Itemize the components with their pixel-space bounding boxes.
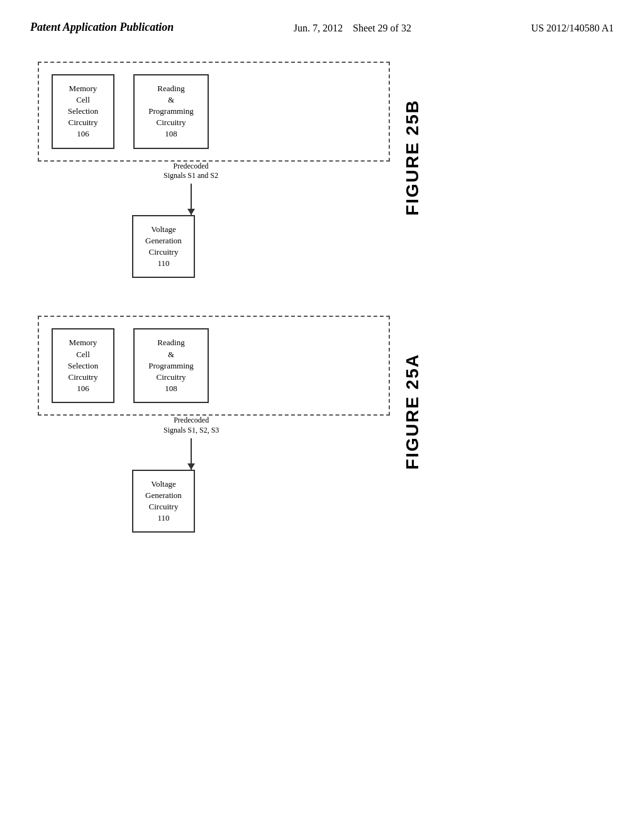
figure-25b-label: FIGURE 25B [402, 99, 423, 216]
figure-25b-outer-box: MemoryCellSelectionCircuitry106 Reading&… [38, 62, 390, 162]
figure-25b-box2: Reading&ProgrammingCircuitry108 [133, 74, 209, 149]
patent-number: US 2012/140580 A1 [531, 20, 614, 36]
figure-25a-bottom-box-wrapper: VoltageGenerationCircuitry110 [132, 470, 195, 533]
figure-25b-bottom-box-wrapper: VoltageGenerationCircuitry110 [132, 215, 195, 279]
fig25a-label-text: FIGURE 25A [402, 353, 422, 470]
figure-25a-outer-box: MemoryCellSelectionCircuitry106 Reading&… [38, 316, 390, 416]
figure-25a-arrow-label: PredecodedSignals S1, S2, S3 [164, 416, 219, 435]
figure-25a-box1: MemoryCellSelectionCircuitry106 [52, 328, 114, 403]
fig25b-label-text: FIGURE 25B [402, 99, 422, 216]
figure-25a-arrow [191, 438, 192, 470]
figure-25b-arrow-container: PredecodedSignals S1 and S2 [164, 162, 218, 215]
figure-25b-box1: MemoryCellSelectionCircuitry106 [52, 74, 114, 149]
figure-25b-arrow [191, 184, 192, 215]
figure-25b-bottom-box: VoltageGenerationCircuitry110 [132, 215, 195, 279]
fig25a-box2-text: Reading&ProgrammingCircuitry108 [148, 337, 194, 394]
publication-title: Patent Application Publication [30, 20, 174, 35]
fig25a-box1-text: MemoryCellSelectionCircuitry106 [68, 337, 98, 394]
fig25b-box2-text: Reading&ProgrammingCircuitry108 [148, 83, 194, 140]
figure-25b-diagram: MemoryCellSelectionCircuitry106 Reading&… [38, 62, 390, 279]
figure-25b-section: MemoryCellSelectionCircuitry106 Reading&… [38, 62, 423, 279]
figure-25a-box2: Reading&ProgrammingCircuitry108 [133, 328, 209, 403]
figure-25a-section: MemoryCellSelectionCircuitry106 Reading&… [38, 316, 423, 533]
publication-title-text: Patent Application Publication [30, 21, 174, 33]
patent-number-text: US 2012/140580 A1 [531, 23, 614, 33]
figure-25a-label: FIGURE 25A [402, 353, 423, 470]
figure-25b-arrow-label: PredecodedSignals S1 and S2 [164, 162, 218, 181]
figure-25a-arrow-container: PredecodedSignals S1, S2, S3 [164, 416, 219, 469]
main-content: MemoryCellSelectionCircuitry106 Reading&… [0, 36, 644, 533]
publication-date: Jun. 7, 2012 [294, 23, 343, 33]
figure-25a-bottom-box: VoltageGenerationCircuitry110 [132, 470, 195, 533]
page-header: Patent Application Publication Jun. 7, 2… [0, 0, 644, 36]
figure-25a-diagram: MemoryCellSelectionCircuitry106 Reading&… [38, 316, 390, 533]
fig25b-box1-text: MemoryCellSelectionCircuitry106 [68, 83, 98, 140]
header-center-info: Jun. 7, 2012 Sheet 29 of 32 [294, 20, 411, 36]
sheet-number: Sheet 29 of 32 [353, 23, 411, 33]
fig25a-bottom-box-text: VoltageGenerationCircuitry110 [145, 479, 182, 524]
fig25b-bottom-box-text: VoltageGenerationCircuitry110 [145, 224, 182, 270]
